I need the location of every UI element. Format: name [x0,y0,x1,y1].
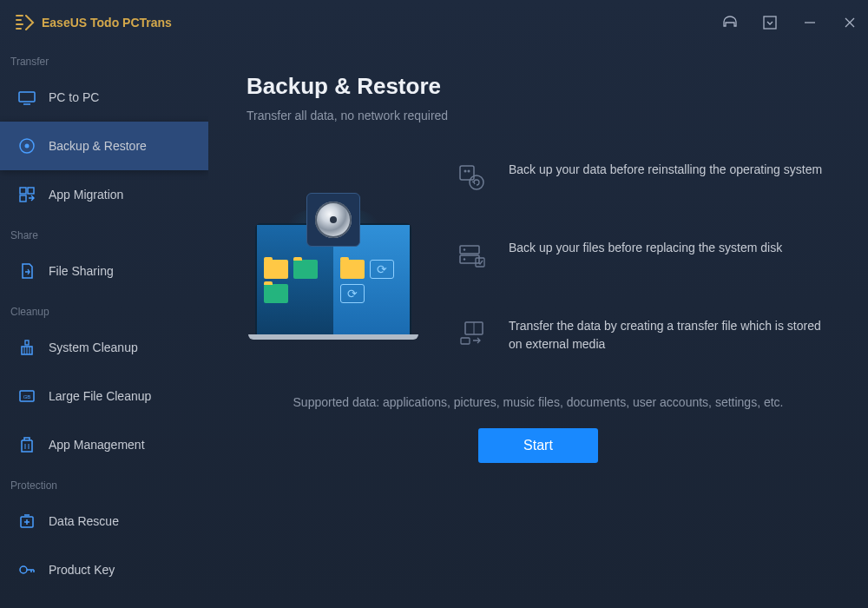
feature-text: Transfer the data by creating a transfer… [509,317,830,354]
transfer-file-icon [455,317,490,352]
sidebar-group-share: Share [0,219,208,247]
backup-illustration: ⟳ ⟳ [247,180,420,354]
feature-item: Transfer the data by creating a transfer… [455,317,830,354]
titlebar: EaseUS Todo PCTrans [0,0,868,45]
sidebar-item-label: File Sharing [49,264,114,278]
backup-disk-icon [455,239,490,274]
svg-rect-6 [20,188,26,194]
app-migration-icon [17,185,36,204]
feature-item: Back up your data before reinstalling th… [455,161,830,195]
feature-text: Back up your data before reinstalling th… [509,161,822,179]
app-window: EaseUS Todo PCTrans Transfer [0,0,868,608]
titlebar-controls [720,13,859,32]
system-cleanup-icon [17,338,36,357]
close-icon[interactable] [840,13,859,32]
sidebar-item-label: PC to PC [49,90,99,104]
svg-rect-31 [460,255,479,263]
svg-text:GB: GB [23,394,31,400]
svg-point-27 [464,170,467,173]
sidebar-item-app-migration[interactable]: App Migration [0,170,208,219]
svg-rect-13 [25,340,29,345]
sidebar-item-system-cleanup[interactable]: System Cleanup [0,323,208,372]
page-subtitle: Transfer all data, no network required [247,109,830,122]
start-button[interactable]: Start [478,428,598,463]
sidebar-group-transfer: Transfer [0,45,208,73]
svg-rect-2 [19,92,35,102]
backup-restore-icon [17,136,36,155]
sidebar-item-label: App Migration [49,188,123,202]
sidebar-item-label: Data Rescue [49,514,119,528]
large-file-cleanup-icon: GB [17,387,36,406]
sidebar-item-label: Backup & Restore [49,139,147,153]
sidebar-item-large-file-cleanup[interactable]: GB Large File Cleanup [0,372,208,420]
sidebar-item-data-rescue[interactable]: Data Rescue [0,497,208,545]
feature-item: Back up your files before replacing the … [455,239,830,274]
supported-data-text: Supported data: applications, pictures, … [247,395,830,409]
logo-icon [16,15,35,30]
pc-to-pc-icon [17,88,36,107]
feature-list: Back up your data before reinstalling th… [455,154,830,354]
svg-rect-37 [461,338,470,344]
svg-point-33 [464,258,465,260]
sidebar-item-label: Product Key [49,563,115,577]
sidebar-item-file-sharing[interactable]: File Sharing [0,247,208,295]
sidebar-item-label: Large File Cleanup [49,389,151,403]
sidebar-item-pc-to-pc[interactable]: PC to PC [0,73,208,122]
page-title: Backup & Restore [247,73,830,100]
sidebar-group-protection: Protection [0,469,208,497]
svg-rect-7 [28,188,34,194]
app-management-icon [17,435,36,454]
svg-point-22 [20,566,27,573]
svg-rect-0 [764,17,776,29]
file-sharing-icon [17,261,36,281]
content-row: ⟳ ⟳ Back up your data before reinstallin… [247,154,830,354]
main-panel: Backup & Restore Transfer all data, no n… [208,45,868,608]
svg-point-29 [470,175,483,189]
sidebar-item-app-management[interactable]: App Management [0,420,208,469]
svg-point-32 [464,248,465,250]
minimize-icon[interactable] [800,13,819,32]
app-logo: EaseUS Todo PCTrans [16,15,720,30]
sidebar-item-product-key[interactable]: Product Key [0,545,208,594]
feature-text: Back up your files before replacing the … [509,239,782,257]
product-key-icon [17,560,36,579]
sidebar-item-label: System Cleanup [49,340,138,354]
sidebar: Transfer PC to PC Backup & Restore App M… [0,45,208,608]
svg-rect-8 [20,195,26,202]
support-icon[interactable] [720,13,740,32]
svg-point-28 [468,170,470,173]
svg-rect-34 [476,258,484,267]
sidebar-item-label: App Management [49,438,145,452]
sidebar-group-cleanup: Cleanup [0,295,208,323]
sidebar-item-backup-restore[interactable]: Backup & Restore [0,122,208,170]
svg-point-5 [25,144,30,149]
menu-dropdown-icon[interactable] [760,13,779,32]
svg-rect-30 [460,246,479,254]
backup-os-icon [455,161,490,195]
app-title: EaseUS Todo PCTrans [42,16,172,30]
data-rescue-icon [17,512,36,531]
